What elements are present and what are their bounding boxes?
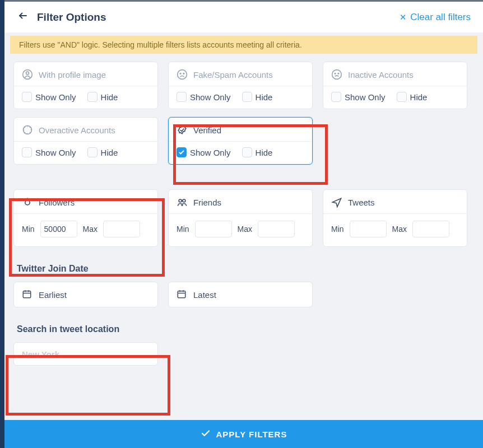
calendar-icon xyxy=(22,289,32,301)
hide-label: Hide xyxy=(256,148,273,157)
show-only-label: Show Only xyxy=(190,148,231,157)
filter-card-followers: Followers Min Max xyxy=(13,189,158,247)
show-only-checkbox[interactable]: Show Only xyxy=(177,92,231,102)
location-search-input[interactable] xyxy=(13,342,158,366)
checkbox-icon xyxy=(242,147,252,157)
filter-card-profile-image: With profile image Show Only Hide xyxy=(13,62,158,109)
earliest-label: Earliest xyxy=(39,290,67,300)
max-label: Max xyxy=(392,225,407,234)
verified-badge-icon xyxy=(177,124,188,136)
show-only-checkbox[interactable]: Show Only xyxy=(22,147,76,157)
card-title: Verified xyxy=(193,125,221,135)
filter-card-tweets: Tweets Min Max xyxy=(323,189,467,247)
filter-card-friends: Friends Min Max xyxy=(168,189,313,247)
card-title: With profile image xyxy=(39,70,106,80)
show-only-label: Show Only xyxy=(345,92,386,102)
filter-card-fake-spam: Fake/Spam Accounts Show Only Hide xyxy=(168,62,313,109)
svg-point-3 xyxy=(178,70,187,80)
svg-rect-12 xyxy=(23,291,31,297)
hide-label: Hide xyxy=(101,148,118,157)
apply-label: APPLY FILTERS xyxy=(216,430,287,439)
max-label: Max xyxy=(238,225,252,234)
info-banner: Filters use "AND" logic. Selecting multi… xyxy=(10,36,477,54)
hide-label: Hide xyxy=(410,92,428,102)
svg-rect-16 xyxy=(178,291,185,297)
close-icon: ✕ xyxy=(400,12,407,22)
friends-min-input[interactable] xyxy=(195,221,232,237)
show-only-checkbox[interactable]: Show Only xyxy=(331,92,386,102)
hide-checkbox[interactable]: Hide xyxy=(397,92,428,102)
hide-checkbox[interactable]: Hide xyxy=(87,147,118,157)
card-title: Tweets xyxy=(348,198,375,207)
left-sidebar-stripe xyxy=(0,0,4,448)
sad-face-icon xyxy=(177,69,188,80)
apply-filters-button[interactable]: APPLY FILTERS xyxy=(4,420,483,448)
tweets-min-input[interactable] xyxy=(350,221,387,237)
latest-label: Latest xyxy=(193,290,216,300)
hide-label: Hide xyxy=(101,92,118,102)
clear-all-filters-button[interactable]: ✕ Clear all filters xyxy=(400,12,471,23)
svg-point-2 xyxy=(26,72,29,74)
send-icon xyxy=(331,197,342,208)
checkbox-icon xyxy=(177,92,187,102)
checkbox-icon xyxy=(331,92,341,102)
min-label: Min xyxy=(177,225,189,234)
checkbox-icon xyxy=(397,92,407,102)
filter-card-verified: Verified Show Only Hide xyxy=(168,117,313,165)
earliest-date-picker[interactable]: Earliest xyxy=(13,282,158,307)
hide-checkbox[interactable]: Hide xyxy=(242,92,273,102)
person-icon xyxy=(22,69,33,80)
checkbox-icon xyxy=(87,147,97,157)
card-title: Followers xyxy=(39,198,75,207)
filter-card-inactive: Inactive Accounts Show Only Hide xyxy=(323,62,467,109)
fire-icon xyxy=(22,197,33,208)
card-title: Overactive Accounts xyxy=(39,125,115,135)
followers-max-input[interactable] xyxy=(103,221,140,237)
show-only-label: Show Only xyxy=(190,92,231,102)
min-label: Min xyxy=(331,225,344,234)
card-title: Fake/Spam Accounts xyxy=(193,70,273,80)
back-arrow-icon[interactable] xyxy=(17,11,29,24)
svg-point-5 xyxy=(183,73,184,74)
header: Filter Options ✕ Clear all filters xyxy=(4,0,483,32)
clear-filters-label: Clear all filters xyxy=(410,12,471,23)
checkbox-icon xyxy=(87,92,97,102)
page-title: Filter Options xyxy=(37,11,106,24)
max-label: Max xyxy=(83,225,97,234)
show-only-checkbox[interactable]: Show Only xyxy=(177,147,231,157)
svg-point-7 xyxy=(335,73,336,74)
friends-icon xyxy=(177,197,188,208)
filter-card-overactive: Overactive Accounts Show Only Hide xyxy=(13,117,158,165)
show-only-label: Show Only xyxy=(35,92,76,102)
hide-label: Hide xyxy=(256,92,273,102)
svg-point-6 xyxy=(332,70,342,80)
svg-point-4 xyxy=(180,73,181,74)
svg-point-10 xyxy=(179,199,182,202)
min-label: Min xyxy=(22,225,35,234)
latest-date-picker[interactable]: Latest xyxy=(168,282,313,307)
hide-checkbox[interactable]: Hide xyxy=(242,147,273,157)
card-title: Inactive Accounts xyxy=(348,70,414,80)
friends-max-input[interactable] xyxy=(258,221,295,237)
join-date-section-title: Twitter Join Date xyxy=(17,264,474,274)
checkbox-icon xyxy=(177,147,187,157)
svg-point-11 xyxy=(183,199,185,202)
gear-badge-icon xyxy=(22,124,33,136)
checkbox-icon xyxy=(22,147,32,157)
checkbox-icon xyxy=(242,92,252,102)
location-section-title: Search in tweet location xyxy=(17,324,474,334)
hide-checkbox[interactable]: Hide xyxy=(87,92,118,102)
followers-min-input[interactable] xyxy=(40,221,77,237)
calendar-icon xyxy=(177,289,187,301)
tweets-max-input[interactable] xyxy=(412,221,449,237)
check-icon xyxy=(201,428,211,440)
show-only-label: Show Only xyxy=(35,148,76,157)
checkbox-icon xyxy=(22,92,32,102)
neutral-face-icon xyxy=(331,69,342,80)
show-only-checkbox[interactable]: Show Only xyxy=(22,92,76,102)
card-title: Friends xyxy=(193,198,221,207)
svg-point-8 xyxy=(338,73,339,74)
